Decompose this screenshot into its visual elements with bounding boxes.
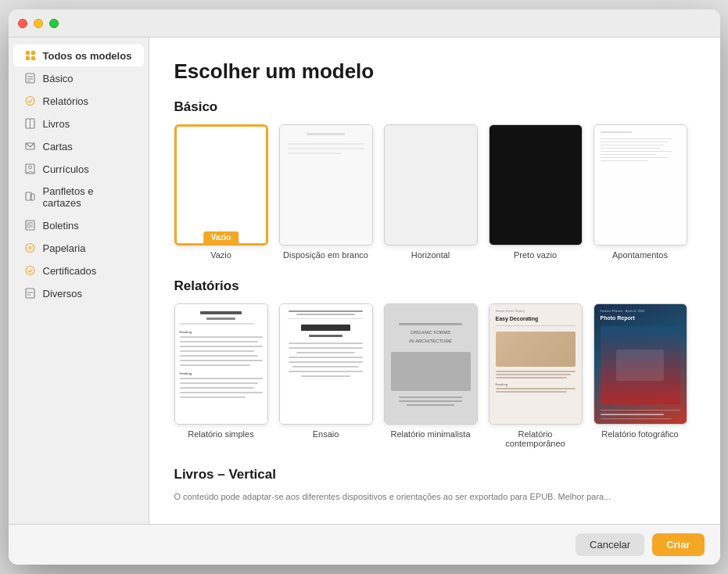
titlebar: [9, 9, 720, 38]
minimize-button[interactable]: [34, 19, 43, 28]
svg-rect-3: [31, 56, 35, 60]
sidebar-item-diversos[interactable]: Diversos: [13, 282, 144, 304]
sidebar-label-papelaria: Papelaria: [43, 242, 86, 254]
sidebar-item-relatorios[interactable]: Relatórios: [13, 90, 144, 112]
sidebar-item-panfletos[interactable]: Panfletos e cartazes: [13, 181, 144, 213]
template-thumb-apontamentos[interactable]: [594, 124, 687, 246]
grid-icon: [24, 49, 37, 62]
template-label-horizontal: Horizontal: [411, 250, 450, 260]
sidebar-label-curriculos: Currículos: [43, 163, 89, 175]
flyer-icon: [24, 191, 37, 203]
template-branco[interactable]: Disposição em branco: [279, 124, 373, 260]
sidebar: Todos os modelos Básico: [9, 38, 149, 524]
sidebar-item-boletins[interactable]: Boletins: [13, 214, 144, 236]
cancel-button[interactable]: Cancelar: [576, 533, 644, 556]
template-thumb-contemporaneo[interactable]: Simple Home Styling Easy Decorating Head…: [489, 303, 583, 425]
svg-rect-25: [26, 289, 34, 298]
book-icon: [24, 117, 37, 130]
template-label-ensaio: Ensaio: [313, 429, 339, 439]
svg-rect-2: [26, 56, 30, 60]
sidebar-label-panfletos: Panfletos e cartazes: [43, 185, 133, 209]
template-label-apontamentos: Apontamentos: [612, 250, 668, 260]
sidebar-label-diversos: Diversos: [43, 288, 83, 300]
section-relatorios: Relatórios Heading: [174, 278, 695, 448]
template-label-preto: Preto vazio: [514, 250, 557, 260]
template-thumb-fotografico[interactable]: Fashion Planner · April 14, 2022 Photo R…: [594, 303, 687, 425]
template-thumb-minimalista[interactable]: ORGANIC FORMS IN ARCHITECTURE: [384, 303, 478, 425]
create-button[interactable]: Criar: [652, 533, 704, 556]
sidebar-label-cartas: Cartas: [43, 141, 73, 152]
template-fotografico[interactable]: Fashion Planner · April 14, 2022 Photo R…: [594, 303, 687, 448]
template-minimalista[interactable]: ORGANIC FORMS IN ARCHITECTURE Relatório …: [384, 303, 478, 448]
sidebar-item-cartas[interactable]: Cartas: [13, 135, 144, 157]
template-horizontal[interactable]: Horizontal: [384, 124, 478, 260]
sidebar-label-basico: Básico: [43, 73, 74, 84]
svg-point-24: [26, 267, 34, 275]
svg-rect-18: [27, 224, 30, 228]
template-vazio[interactable]: Vazio Vazio: [174, 124, 268, 260]
templates-grid-basico: Vazio Vazio: [174, 124, 695, 260]
svg-point-13: [29, 166, 32, 169]
sidebar-item-livros[interactable]: Livros: [13, 113, 144, 135]
template-relatorio-simples[interactable]: Heading Heading: [174, 303, 268, 448]
template-label-branco: Disposição em branco: [283, 250, 368, 260]
newsletter-icon: [24, 219, 37, 231]
cv-icon: [24, 163, 37, 175]
template-thumb-vazio[interactable]: Vazio: [174, 124, 268, 246]
template-ensaio[interactable]: Ensaio: [279, 303, 373, 448]
template-thumb-preto[interactable]: [489, 124, 583, 246]
sidebar-label-certificados: Certificados: [43, 265, 97, 277]
certificate-icon: [24, 264, 37, 277]
svg-point-8: [26, 97, 34, 106]
svg-rect-1: [31, 51, 35, 55]
template-thumb-simples[interactable]: Heading Heading: [174, 303, 268, 425]
template-label-vazio: Vazio: [210, 250, 231, 260]
template-label-simples: Relatório simples: [188, 429, 253, 439]
sidebar-label-boletins: Boletins: [43, 220, 79, 231]
sidebar-label-livros: Livros: [43, 118, 70, 130]
doc-icon: [24, 72, 37, 84]
livros-description: O conteúdo pode adaptar-se aos diferente…: [174, 492, 695, 501]
svg-rect-0: [26, 51, 30, 55]
misc-icon: [24, 287, 37, 300]
template-label-fotografico: Relatório fotográfico: [601, 429, 678, 439]
stationery-icon: [24, 242, 37, 254]
section-livros: Livros – Vertical O conteúdo pode adapta…: [174, 467, 695, 511]
section-basico: Básico Vazio Vazio: [174, 99, 695, 260]
template-preto[interactable]: Preto vazio: [489, 124, 583, 260]
section-title-basico: Básico: [174, 99, 695, 115]
close-button[interactable]: [18, 19, 27, 28]
template-label-contemporaneo: Relatóriocontemporâneo: [505, 429, 565, 448]
page-title: Escolher um modelo: [174, 59, 695, 84]
letter-icon: [24, 140, 37, 152]
sidebar-item-basico[interactable]: Básico: [13, 67, 144, 89]
section-title-relatorios: Relatórios: [174, 278, 695, 294]
traffic-lights: [18, 19, 59, 28]
template-thumb-horizontal[interactable]: [384, 124, 478, 246]
sidebar-item-certificados[interactable]: Certificados: [13, 260, 144, 282]
template-apontamentos[interactable]: Apontamentos: [594, 124, 687, 260]
sidebar-item-todos[interactable]: Todos os modelos: [13, 45, 144, 66]
templates-grid-relatorios: Heading Heading: [174, 303, 695, 448]
report-icon: [24, 95, 37, 107]
main-window: Todos os modelos Básico: [9, 9, 720, 565]
sidebar-item-papelaria[interactable]: Papelaria: [13, 237, 144, 259]
template-contemporaneo[interactable]: Simple Home Styling Easy Decorating Head…: [489, 303, 583, 448]
content-area: Todos os modelos Básico: [9, 38, 720, 524]
bottom-bar: Cancelar Criar: [9, 524, 720, 565]
template-thumb-ensaio[interactable]: [279, 303, 373, 425]
maximize-button[interactable]: [49, 19, 59, 28]
badge-vazio: Vazio: [203, 231, 239, 243]
main-content: Escolher um modelo Básico Vazio Vazio: [149, 38, 720, 524]
sidebar-item-curriculos[interactable]: Currículos: [13, 158, 144, 180]
section-title-livros: Livros – Vertical: [174, 467, 695, 483]
template-label-minimalista: Relatório minimalista: [390, 429, 470, 439]
sidebar-label-todos: Todos os modelos: [43, 50, 132, 62]
sidebar-label-relatorios: Relatórios: [43, 95, 89, 107]
template-thumb-branco[interactable]: [279, 124, 373, 246]
